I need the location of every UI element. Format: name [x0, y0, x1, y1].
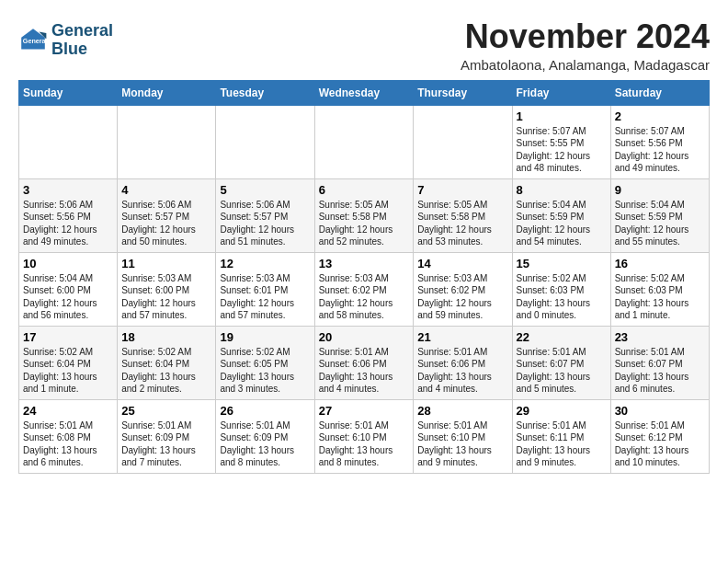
calendar-cell: 30Sunrise: 5:01 AM Sunset: 6:12 PM Dayli…: [610, 399, 709, 473]
day-info: Sunrise: 5:01 AM Sunset: 6:08 PM Dayligh…: [23, 419, 113, 469]
day-info: Sunrise: 5:03 AM Sunset: 6:00 PM Dayligh…: [121, 272, 211, 322]
day-info: Sunrise: 5:05 AM Sunset: 5:58 PM Dayligh…: [319, 199, 410, 248]
day-number: 4: [121, 183, 211, 197]
day-info: Sunrise: 5:01 AM Sunset: 6:09 PM Dayligh…: [220, 419, 310, 469]
weekday-header-sunday: Sunday: [19, 80, 118, 105]
calendar-cell: [216, 105, 314, 178]
weekday-header-tuesday: Tuesday: [216, 80, 314, 105]
day-info: Sunrise: 5:02 AM Sunset: 6:04 PM Dayligh…: [23, 346, 113, 396]
day-number: 17: [23, 330, 113, 344]
day-info: Sunrise: 5:01 AM Sunset: 6:10 PM Dayligh…: [319, 419, 410, 469]
calendar-cell: 10Sunrise: 5:04 AM Sunset: 6:00 PM Dayli…: [19, 252, 118, 326]
day-info: Sunrise: 5:07 AM Sunset: 5:55 PM Dayligh…: [517, 125, 607, 175]
calendar-cell: 26Sunrise: 5:01 AM Sunset: 6:09 PM Dayli…: [216, 399, 314, 473]
calendar-cell: 8Sunrise: 5:04 AM Sunset: 5:59 PM Daylig…: [512, 178, 610, 252]
calendar-cell: 17Sunrise: 5:02 AM Sunset: 6:04 PM Dayli…: [19, 326, 118, 399]
calendar-cell: 19Sunrise: 5:02 AM Sunset: 6:05 PM Dayli…: [216, 326, 314, 399]
calendar-cell: 12Sunrise: 5:03 AM Sunset: 6:01 PM Dayli…: [216, 252, 314, 326]
day-info: Sunrise: 5:03 AM Sunset: 6:02 PM Dayligh…: [319, 272, 410, 322]
day-number: 18: [121, 330, 211, 344]
day-number: 9: [615, 183, 705, 197]
calendar-cell: 5Sunrise: 5:06 AM Sunset: 5:57 PM Daylig…: [216, 178, 314, 252]
calendar-cell: 6Sunrise: 5:05 AM Sunset: 5:58 PM Daylig…: [314, 178, 414, 252]
day-info: Sunrise: 5:01 AM Sunset: 6:12 PM Dayligh…: [615, 419, 705, 469]
calendar-cell: 18Sunrise: 5:02 AM Sunset: 6:04 PM Dayli…: [118, 326, 216, 399]
day-number: 30: [615, 404, 705, 418]
weekday-header-saturday: Saturday: [610, 80, 709, 105]
calendar-cell: [414, 105, 512, 178]
calendar-cell: 1Sunrise: 5:07 AM Sunset: 5:55 PM Daylig…: [512, 105, 610, 178]
day-info: Sunrise: 5:04 AM Sunset: 5:59 PM Dayligh…: [615, 199, 705, 248]
day-number: 21: [417, 330, 507, 344]
day-number: 11: [121, 257, 211, 270]
day-info: Sunrise: 5:03 AM Sunset: 6:02 PM Dayligh…: [417, 272, 507, 322]
day-info: Sunrise: 5:06 AM Sunset: 5:57 PM Dayligh…: [220, 199, 310, 248]
day-info: Sunrise: 5:06 AM Sunset: 5:56 PM Dayligh…: [23, 199, 113, 248]
day-info: Sunrise: 5:01 AM Sunset: 6:06 PM Dayligh…: [319, 346, 410, 396]
day-number: 25: [121, 404, 211, 418]
calendar-cell: 25Sunrise: 5:01 AM Sunset: 6:09 PM Dayli…: [118, 399, 216, 473]
day-number: 6: [319, 183, 410, 197]
logo: General General Blue: [18, 22, 113, 59]
calendar-week-5: 24Sunrise: 5:01 AM Sunset: 6:08 PM Dayli…: [19, 399, 710, 473]
calendar-week-4: 17Sunrise: 5:02 AM Sunset: 6:04 PM Dayli…: [19, 326, 710, 399]
day-number: 26: [220, 404, 310, 418]
logo-text: General Blue: [51, 22, 113, 59]
day-number: 2: [615, 109, 705, 123]
logo-icon: General: [18, 26, 48, 55]
day-number: 7: [417, 183, 507, 197]
calendar-cell: [118, 105, 216, 178]
day-info: Sunrise: 5:01 AM Sunset: 6:07 PM Dayligh…: [517, 346, 607, 396]
calendar-cell: 4Sunrise: 5:06 AM Sunset: 5:57 PM Daylig…: [118, 178, 216, 252]
day-number: 14: [417, 257, 507, 270]
page-header: General General Blue November 2024 Ambat…: [18, 18, 710, 73]
weekday-header-wednesday: Wednesday: [314, 80, 414, 105]
weekday-header-thursday: Thursday: [414, 80, 512, 105]
calendar-cell: [19, 105, 118, 178]
day-info: Sunrise: 5:01 AM Sunset: 6:10 PM Dayligh…: [417, 419, 507, 469]
day-info: Sunrise: 5:01 AM Sunset: 6:09 PM Dayligh…: [121, 419, 211, 469]
day-number: 23: [615, 330, 705, 344]
calendar-cell: 20Sunrise: 5:01 AM Sunset: 6:06 PM Dayli…: [314, 326, 414, 399]
day-number: 16: [615, 257, 705, 270]
calendar-cell: 21Sunrise: 5:01 AM Sunset: 6:06 PM Dayli…: [414, 326, 512, 399]
calendar-cell: 7Sunrise: 5:05 AM Sunset: 5:58 PM Daylig…: [414, 178, 512, 252]
day-info: Sunrise: 5:02 AM Sunset: 6:04 PM Dayligh…: [121, 346, 211, 396]
day-number: 15: [517, 257, 607, 270]
day-number: 19: [220, 330, 310, 344]
day-info: Sunrise: 5:02 AM Sunset: 6:05 PM Dayligh…: [220, 346, 310, 396]
calendar-cell: 2Sunrise: 5:07 AM Sunset: 5:56 PM Daylig…: [610, 105, 709, 178]
day-number: 10: [23, 257, 113, 270]
calendar-week-1: 1Sunrise: 5:07 AM Sunset: 5:55 PM Daylig…: [19, 105, 710, 178]
weekday-header-friday: Friday: [512, 80, 610, 105]
day-info: Sunrise: 5:04 AM Sunset: 6:00 PM Dayligh…: [23, 272, 113, 322]
calendar-cell: 13Sunrise: 5:03 AM Sunset: 6:02 PM Dayli…: [314, 252, 414, 326]
day-info: Sunrise: 5:02 AM Sunset: 6:03 PM Dayligh…: [517, 272, 607, 322]
calendar-week-3: 10Sunrise: 5:04 AM Sunset: 6:00 PM Dayli…: [19, 252, 710, 326]
calendar-cell: 22Sunrise: 5:01 AM Sunset: 6:07 PM Dayli…: [512, 326, 610, 399]
calendar-cell: 11Sunrise: 5:03 AM Sunset: 6:00 PM Dayli…: [118, 252, 216, 326]
day-number: 5: [220, 183, 310, 197]
day-number: 13: [319, 257, 410, 270]
month-title: November 2024: [461, 18, 710, 55]
calendar-cell: 27Sunrise: 5:01 AM Sunset: 6:10 PM Dayli…: [314, 399, 414, 473]
calendar-cell: 28Sunrise: 5:01 AM Sunset: 6:10 PM Dayli…: [414, 399, 512, 473]
day-info: Sunrise: 5:01 AM Sunset: 6:07 PM Dayligh…: [615, 346, 705, 396]
calendar-cell: 16Sunrise: 5:02 AM Sunset: 6:03 PM Dayli…: [610, 252, 709, 326]
day-number: 27: [319, 404, 410, 418]
day-info: Sunrise: 5:06 AM Sunset: 5:57 PM Dayligh…: [121, 199, 211, 248]
day-info: Sunrise: 5:07 AM Sunset: 5:56 PM Dayligh…: [615, 125, 705, 175]
subtitle: Ambatolaona, Analamanga, Madagascar: [461, 57, 710, 73]
day-info: Sunrise: 5:04 AM Sunset: 5:59 PM Dayligh…: [517, 199, 607, 248]
day-number: 29: [517, 404, 607, 418]
day-info: Sunrise: 5:05 AM Sunset: 5:58 PM Dayligh…: [417, 199, 507, 248]
day-info: Sunrise: 5:02 AM Sunset: 6:03 PM Dayligh…: [615, 272, 705, 322]
day-number: 20: [319, 330, 410, 344]
day-number: 22: [517, 330, 607, 344]
day-number: 8: [517, 183, 607, 197]
calendar-cell: 3Sunrise: 5:06 AM Sunset: 5:56 PM Daylig…: [19, 178, 118, 252]
calendar-cell: 29Sunrise: 5:01 AM Sunset: 6:11 PM Dayli…: [512, 399, 610, 473]
calendar-cell: 15Sunrise: 5:02 AM Sunset: 6:03 PM Dayli…: [512, 252, 610, 326]
svg-text:General: General: [23, 37, 48, 45]
calendar-table: SundayMondayTuesdayWednesdayThursdayFrid…: [18, 80, 710, 474]
